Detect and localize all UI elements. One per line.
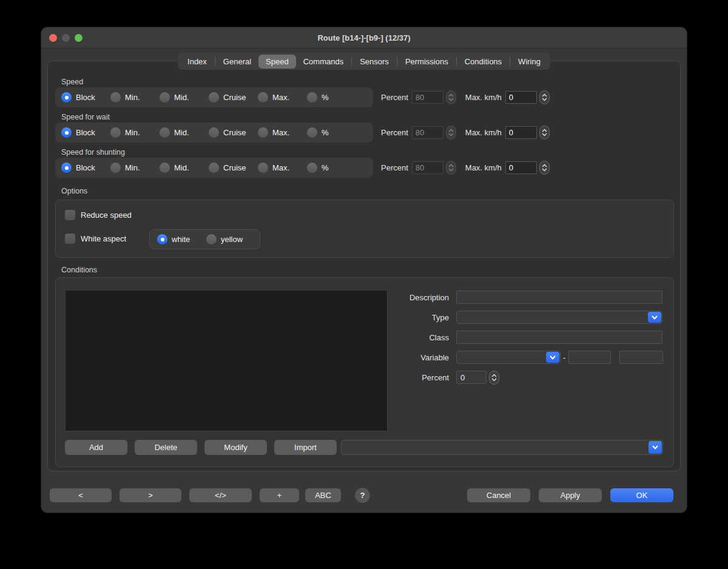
radio-icon [258, 163, 268, 173]
radio-cruise[interactable]: Cruise [209, 163, 258, 173]
stepper-up-down-icon[interactable] [539, 90, 550, 104]
max-kmh-input[interactable] [505, 161, 537, 174]
radio-block[interactable]: Block [61, 163, 110, 173]
delete-button[interactable]: Delete [135, 440, 197, 455]
stepper-up-down-icon[interactable] [539, 126, 550, 140]
import-source-combobox[interactable] [341, 440, 663, 455]
max-kmh-label: Max. km/h [465, 93, 502, 102]
tab-permissions[interactable]: Permissions [398, 55, 456, 69]
percent-label: Percent [381, 128, 408, 137]
reduce-speed-checkbox[interactable]: Reduce speed [65, 210, 132, 220]
ok-button[interactable]: OK [610, 488, 673, 502]
max-kmh-input[interactable] [505, 91, 537, 104]
chevron-down-icon[interactable] [648, 312, 661, 323]
type-label: Type [383, 313, 449, 322]
tab-sensors[interactable]: Sensors [352, 55, 396, 69]
max-kmh-input[interactable] [505, 126, 537, 139]
radio-white[interactable]: white [157, 234, 206, 244]
radio-icon [258, 127, 268, 138]
chevron-down-icon[interactable] [649, 441, 662, 454]
condition-percent-row: Percent [383, 371, 499, 384]
minimize-window-button[interactable] [62, 34, 70, 42]
add-new-button[interactable]: + [260, 488, 299, 502]
radio-icon [307, 163, 317, 173]
apply-button[interactable]: Apply [539, 488, 602, 502]
condition-percent-input[interactable] [456, 371, 487, 384]
checkbox-icon [65, 210, 75, 220]
variable-label: Variable [383, 353, 449, 362]
radio-min[interactable]: Min. [110, 92, 160, 103]
chevron-down-icon[interactable] [546, 352, 559, 363]
type-row: Type [383, 311, 662, 324]
help-button[interactable]: ? [355, 488, 370, 503]
conditions-list[interactable] [65, 290, 388, 431]
stepper-up-down-icon[interactable] [489, 371, 499, 385]
variable-to-input[interactable] [619, 351, 663, 364]
percent-label: Percent [381, 163, 408, 172]
abc-rename-button[interactable]: ABC [305, 488, 341, 502]
radio-icon [209, 127, 219, 138]
radio-block[interactable]: Block [61, 92, 110, 103]
radio-percent[interactable]: % [307, 92, 329, 103]
speed-fields: Percent Max. km/h [381, 87, 550, 107]
radio-max[interactable]: Max. [258, 92, 307, 103]
stepper-up-down-icon[interactable] [539, 161, 550, 175]
tab-separator [351, 57, 352, 66]
radio-max[interactable]: Max. [258, 163, 307, 173]
radio-selected-icon [61, 92, 72, 103]
radio-mid[interactable]: Mid. [160, 163, 209, 173]
tab-index[interactable]: Index [180, 55, 214, 69]
tab-commands[interactable]: Commands [296, 55, 351, 69]
tab-general[interactable]: General [216, 55, 258, 69]
percent-input[interactable] [412, 91, 443, 104]
modify-button[interactable]: Modify [204, 440, 267, 455]
description-input[interactable] [456, 291, 662, 304]
variable-row: Variable - [383, 351, 663, 364]
radio-cruise[interactable]: Cruise [209, 127, 258, 138]
radio-yellow[interactable]: yellow [206, 234, 255, 244]
tab-speed[interactable]: Speed [258, 55, 296, 69]
window-title: Route [b14-]-[b9-] (12/37) [317, 33, 410, 42]
stepper-up-down-icon[interactable] [446, 90, 456, 104]
next-route-button[interactable]: > [120, 488, 181, 502]
radio-min[interactable]: Min. [110, 127, 160, 138]
add-button[interactable]: Add [65, 440, 127, 455]
radio-icon [206, 234, 217, 244]
radio-block[interactable]: Block [61, 127, 110, 138]
radio-cruise[interactable]: Cruise [209, 92, 258, 103]
conditions-group-box: Description Type Class Variable - [55, 277, 674, 467]
stepper-up-down-icon[interactable] [446, 161, 456, 175]
xml-view-button[interactable]: </> [189, 488, 252, 502]
variable-combobox[interactable] [456, 351, 561, 364]
options-section-label: Options [61, 187, 87, 195]
speed-wait-section-label: Speed for wait [61, 113, 110, 121]
close-window-button[interactable] [49, 34, 57, 42]
traffic-lights [49, 34, 83, 42]
titlebar[interactable]: Route [b14-]-[b9-] (12/37) [41, 27, 687, 49]
class-input[interactable] [456, 331, 662, 344]
speed-wait-radio-group: Block Min. Mid. Cruise Max. % [55, 123, 373, 143]
tab-separator [456, 57, 457, 66]
radio-mid[interactable]: Mid. [160, 127, 209, 138]
tab-wiring[interactable]: Wiring [511, 55, 548, 69]
zoom-window-button[interactable] [75, 34, 83, 42]
radio-mid[interactable]: Mid. [160, 92, 209, 103]
type-combobox[interactable] [456, 311, 662, 324]
white-aspect-checkbox[interactable]: White aspect [65, 234, 126, 244]
radio-percent[interactable]: % [307, 163, 329, 173]
description-row: Description [383, 291, 662, 304]
percent-input[interactable] [412, 126, 443, 139]
cancel-button[interactable]: Cancel [467, 488, 530, 502]
import-button[interactable]: Import [274, 440, 337, 455]
tab-separator [215, 57, 215, 66]
tab-conditions[interactable]: Conditions [457, 55, 509, 69]
stepper-up-down-icon[interactable] [446, 126, 456, 140]
class-row: Class [383, 331, 662, 344]
radio-percent[interactable]: % [307, 127, 329, 138]
radio-min[interactable]: Min. [110, 163, 160, 173]
percent-input[interactable] [412, 161, 443, 174]
variable-from-input[interactable] [568, 351, 611, 364]
radio-max[interactable]: Max. [258, 127, 307, 138]
options-group-box: Reduce speed White aspect white yellow [55, 200, 674, 258]
previous-route-button[interactable]: < [50, 488, 112, 502]
